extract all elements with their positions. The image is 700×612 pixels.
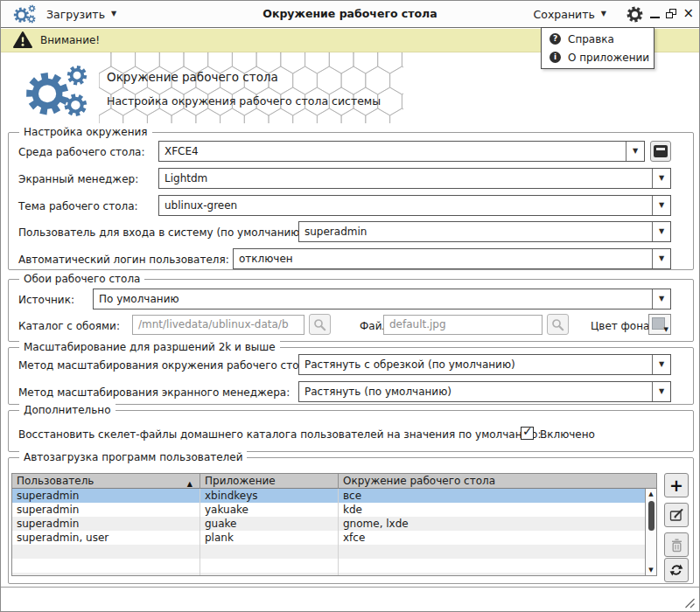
menu-item-help-label: Справка <box>568 33 614 45</box>
refresh-icon <box>669 563 683 577</box>
refresh-autostart-button[interactable] <box>664 558 689 582</box>
restore-skel-checkbox[interactable]: ✓ <box>521 427 534 440</box>
wallpaper-legend: Обои рабочего стола <box>19 273 144 286</box>
bg-color-label: Цвет фона: <box>591 320 653 332</box>
restore-skel-label: Восстановить скелет-файлы домашнего ката… <box>18 428 541 441</box>
status-bar <box>1 588 699 612</box>
table-cell: xfce <box>339 531 647 545</box>
desktop-environment-value: XFCE4 <box>164 142 199 161</box>
default-login-user-value: superadmin <box>304 222 367 241</box>
autostart-table-body: superadminxbindkeysвсеsuperadminyakuakek… <box>12 489 656 576</box>
display-manager-combo[interactable]: Lightdm ▼ <box>158 168 671 189</box>
scroll-down-icon[interactable]: ▼ <box>646 567 656 574</box>
menu-item-help[interactable]: ? Справка <box>542 30 654 48</box>
wallpaper-file-input[interactable]: default.jpg <box>383 315 542 335</box>
bg-color-picker-button[interactable]: ▼ <box>648 314 671 335</box>
extra-legend: Дополнительно <box>19 404 116 417</box>
autostart-table-header: Пользователь ▲ Приложение Окружение рабо… <box>12 474 656 489</box>
table-cell <box>200 573 339 576</box>
table-cell: xbindkeys <box>200 489 339 503</box>
add-autostart-button[interactable]: + <box>664 473 689 497</box>
settings-gear-icon[interactable] <box>626 6 643 23</box>
table-row[interactable]: superadminxbindkeysвсе <box>12 489 647 503</box>
scrollbar-thumb[interactable] <box>648 501 654 531</box>
table-cell: superadmin <box>12 503 200 517</box>
menu-item-about[interactable]: i О приложении <box>542 48 654 66</box>
chevron-down-icon: ▼ <box>664 326 668 333</box>
window-controls: × <box>650 9 694 18</box>
menu-item-about-label: О приложении <box>568 52 649 64</box>
column-header-app[interactable]: Приложение <box>200 474 339 489</box>
warning-triangle-icon <box>13 31 32 49</box>
desktop-theme-label: Тема рабочего стола: <box>18 200 138 212</box>
edit-autostart-button[interactable] <box>664 503 689 527</box>
app-window: Загрузить ▼ Окружение рабочего стола Сох… <box>0 0 700 612</box>
chevron-down-icon: ▼ <box>633 148 638 155</box>
trash-icon <box>670 538 683 553</box>
warning-label: Внимание! <box>40 34 100 46</box>
desktop-scaling-label: Метод масштабирования окружения рабочего… <box>18 359 316 372</box>
wallpaper-source-combo[interactable]: По умолчанию ▼ <box>93 289 671 309</box>
default-login-user-combo[interactable]: superadmin ▼ <box>298 221 671 242</box>
table-row[interactable] <box>12 559 647 573</box>
dm-scaling-combo[interactable]: Растянуть (по умолчанию) ▼ <box>298 381 671 402</box>
table-cell: superadmin <box>12 489 200 503</box>
save-button[interactable]: Сохранить ▼ <box>534 3 606 24</box>
table-scrollbar[interactable]: ▲ ▼ <box>645 489 656 575</box>
edit-pencil-icon <box>669 508 684 522</box>
table-cell <box>12 573 200 576</box>
desktop-scaling-value: Растянуть с обрезкой (по умолчанию) <box>304 355 515 374</box>
desktop-environment-label: Среда рабочего стола: <box>18 146 145 158</box>
table-cell: gnome, lxde <box>339 517 647 531</box>
desktop-theme-combo[interactable]: ublinux-green ▼ <box>158 195 671 216</box>
wallpaper-source-label: Источник: <box>18 294 74 306</box>
check-icon: ✓ <box>522 424 533 438</box>
wallpaper-dir-input[interactable]: /mnt/livedata/ublinux-data/b <box>132 315 304 335</box>
page-subtitle: Настройка окружения рабочего стола систе… <box>107 94 381 108</box>
table-cell <box>339 545 647 559</box>
scroll-up-icon[interactable]: ▲ <box>646 490 656 497</box>
wallpaper-dir-label: Каталог с обоями: <box>18 320 120 332</box>
autologin-combo[interactable]: отключен ▼ <box>233 248 671 269</box>
close-icon[interactable]: × <box>682 9 694 18</box>
table-cell <box>339 559 647 573</box>
table-cell <box>200 559 339 573</box>
dm-scaling-value: Растянуть (по умолчанию) <box>304 382 452 401</box>
column-header-user[interactable]: Пользователь ▲ <box>12 474 200 489</box>
help-circle-icon: ? <box>550 33 561 45</box>
table-cell: superadmin, user <box>12 531 200 545</box>
desktop-environment-combo[interactable]: XFCE4 ▼ <box>158 141 645 162</box>
archive-box-icon <box>654 145 668 157</box>
autologin-label: Автоматический логин пользователя: <box>18 254 229 266</box>
table-cell <box>339 573 647 576</box>
table-cell: superadmin <box>12 517 200 531</box>
search-icon <box>551 318 564 331</box>
sort-asc-icon: ▲ <box>187 477 192 491</box>
table-row[interactable]: superadmin, userplankxfce <box>12 531 647 545</box>
table-row[interactable]: superadminguakegnome, lxde <box>12 517 647 531</box>
autologin-value: отключен <box>239 249 293 268</box>
wallpaper-dir-browse-button[interactable] <box>309 314 331 335</box>
delete-autostart-button[interactable] <box>664 532 689 557</box>
save-button-label: Сохранить <box>534 8 595 21</box>
desktop-scaling-combo[interactable]: Растянуть с обрезкой (по умолчанию) ▼ <box>298 354 671 375</box>
toolbar: Загрузить ▼ Окружение рабочего стола Сох… <box>1 1 699 28</box>
table-cell: kde <box>339 503 647 517</box>
restore-skel-checkbox-label: Включено <box>540 428 595 441</box>
column-header-env[interactable]: Окружение рабочего стола <box>339 474 656 489</box>
table-row[interactable]: superadminyakuakekde <box>12 503 647 517</box>
table-cell: guake <box>200 517 339 531</box>
chevron-down-icon: ▼ <box>659 361 664 368</box>
plus-icon: + <box>669 477 683 494</box>
environment-packages-button[interactable] <box>650 141 671 162</box>
display-manager-label: Экранный менеджер: <box>18 173 138 185</box>
table-row[interactable] <box>12 545 647 559</box>
chevron-down-icon: ▼ <box>659 202 664 209</box>
table-cell: yakuake <box>200 503 339 517</box>
chevron-down-icon: ▼ <box>659 388 664 395</box>
wallpaper-file-browse-button[interactable] <box>547 314 569 335</box>
resize-grip[interactable] <box>682 596 696 609</box>
minimize-icon[interactable] <box>650 17 660 18</box>
table-row[interactable] <box>12 573 647 576</box>
restore-icon[interactable] <box>666 9 676 18</box>
